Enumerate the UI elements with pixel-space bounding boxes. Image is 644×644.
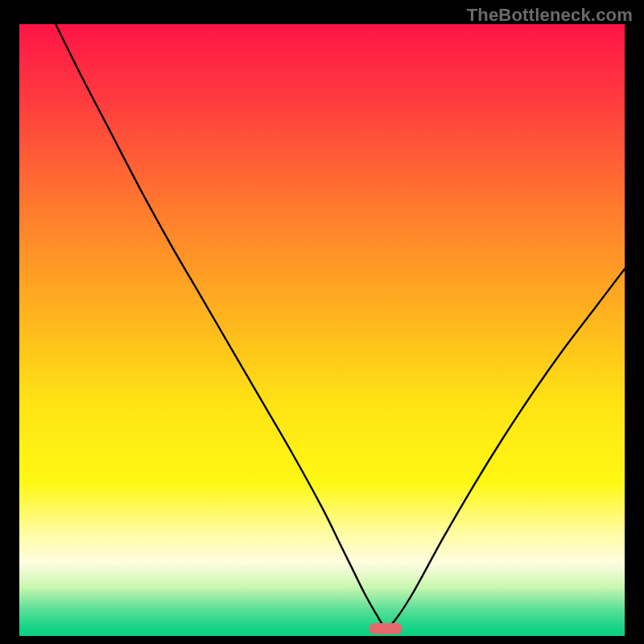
chart-svg bbox=[19, 24, 625, 636]
chart-frame: TheBottleneck.com bbox=[0, 0, 644, 644]
plot-area bbox=[19, 24, 625, 636]
optimal-marker bbox=[369, 623, 402, 634]
watermark-text: TheBottleneck.com bbox=[467, 5, 633, 26]
gradient-background bbox=[19, 24, 625, 636]
